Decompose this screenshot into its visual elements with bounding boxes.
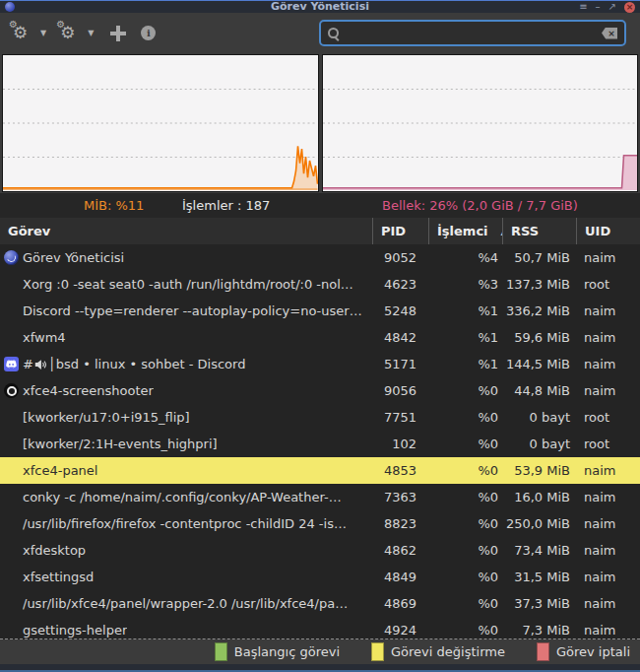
process-rss: 37,3 MiB xyxy=(502,596,576,611)
process-cpu: %0 xyxy=(428,570,502,584)
process-name: Discord --type=renderer --autoplay-polic… xyxy=(23,303,362,318)
process-pid: 4842 xyxy=(372,330,428,345)
process-pid: 4862 xyxy=(372,543,428,558)
process-uid: naim xyxy=(576,463,640,478)
table-row[interactable]: gsettings-helper 4924 %0 7,3 MiB naim xyxy=(0,617,640,639)
cpu-graph xyxy=(2,54,319,192)
clear-search-icon[interactable] xyxy=(602,28,617,39)
close-icon[interactable] xyxy=(624,2,635,13)
column-header-pid[interactable]: PID xyxy=(372,218,428,244)
process-pid: 5248 xyxy=(372,303,428,318)
table-row[interactable]: /usr/lib/xfce4/panel/wrapper-2.0 /usr/li… xyxy=(0,590,640,617)
process-uid: naim xyxy=(576,303,640,318)
process-uid: root xyxy=(576,410,640,425)
process-cpu: %1 xyxy=(428,357,502,371)
table-row[interactable]: /usr/lib/firefox/firefox -contentproc -c… xyxy=(0,510,640,537)
legend-bar: Başlangıç görevi Görevi değiştirme Görev… xyxy=(0,639,640,664)
process-icon xyxy=(4,277,19,292)
process-rss: 0 bayt xyxy=(502,410,576,425)
search-box[interactable] xyxy=(319,20,626,46)
table-row[interactable]: conky -c /home/naim/.config/conky/AP-Wea… xyxy=(0,484,640,510)
table-row[interactable]: Xorg :0 -seat seat0 -auth /run/lightdm/r… xyxy=(0,271,640,298)
process-cpu: %0 xyxy=(428,383,502,398)
table-row[interactable]: Discord --type=renderer --autoplay-polic… xyxy=(0,298,640,324)
process-icon xyxy=(4,383,19,398)
process-uid: naim xyxy=(576,357,640,371)
process-rss: 53,9 MiB xyxy=(502,463,576,478)
legend-label: Görevi değiştirme xyxy=(391,644,505,659)
process-rss: 73,4 MiB xyxy=(502,543,576,558)
process-icon xyxy=(4,463,19,478)
process-count-label: İşlemler : 187 xyxy=(182,193,270,218)
column-header-uid[interactable]: UID xyxy=(576,218,640,244)
table-row[interactable]: #│bsd • linux • sohbet - Discord 5171 %1… xyxy=(0,351,640,377)
table-header: Görev PID İşlemci RSS UID xyxy=(0,218,640,244)
window-menu-icon[interactable] xyxy=(579,2,587,12)
process-icon xyxy=(4,410,19,425)
legend-label: Görev iptali xyxy=(556,644,630,659)
process-name: [kworker/u17:0+i915_flip] xyxy=(23,410,190,425)
table-row[interactable]: xfdesktop 4862 %0 73,4 MiB naim xyxy=(0,537,640,564)
process-name: #│bsd • linux • sohbet - Discord xyxy=(23,357,245,371)
process-icon xyxy=(4,437,19,451)
process-uid: naim xyxy=(576,330,640,345)
gears-icon xyxy=(57,23,78,44)
process-uid: naim xyxy=(576,596,640,611)
minimize-icon[interactable] xyxy=(596,2,601,12)
legend-swatch xyxy=(215,642,227,661)
process-pid: 4869 xyxy=(372,596,428,611)
process-rss: 50,7 MiB xyxy=(502,250,576,265)
process-pid: 7751 xyxy=(372,410,428,425)
column-header-task[interactable]: Görev xyxy=(0,218,372,244)
window-title: Görev Yöneticisi xyxy=(0,1,640,13)
memory-usage-label: Bellek: 26% (2,0 GiB / 7,7 GiB) xyxy=(382,193,578,218)
process-icon xyxy=(4,516,19,531)
process-pid: 8823 xyxy=(372,516,428,531)
table-row[interactable]: [kworker/u17:0+i915_flip] 7751 %0 0 bayt… xyxy=(0,404,640,431)
chevron-down-icon[interactable] xyxy=(40,29,46,37)
process-actions-button[interactable] xyxy=(10,23,34,44)
table-row[interactable]: [kworker/2:1H-events_highpri] 102 %0 0 b… xyxy=(0,431,640,457)
memory-graph xyxy=(322,54,639,192)
process-icon xyxy=(4,570,19,584)
process-pid: 4924 xyxy=(372,623,428,638)
table-row[interactable]: xfsettingsd 4849 %0 31,5 MiB naim xyxy=(0,564,640,590)
process-cpu: %0 xyxy=(428,410,502,425)
process-uid: naim xyxy=(576,543,640,558)
search-input[interactable] xyxy=(339,27,602,40)
titlebar[interactable]: Görev Yöneticisi xyxy=(0,0,640,13)
app-icon xyxy=(5,2,15,12)
process-cpu: %0 xyxy=(428,463,502,478)
search-icon xyxy=(328,28,339,38)
process-uid: root xyxy=(576,437,640,451)
legend-item: Başlangıç görevi xyxy=(215,642,340,661)
process-icon xyxy=(4,303,19,318)
process-uid: naim xyxy=(576,516,640,531)
process-pid: 9052 xyxy=(372,250,428,265)
table-row[interactable]: xfwm4 4842 %1 59,6 MiB naim xyxy=(0,324,640,351)
view-settings-button[interactable] xyxy=(57,23,82,44)
process-name: [kworker/2:1H-events_highpri] xyxy=(23,437,218,451)
process-cpu: %0 xyxy=(428,623,502,638)
process-rss: 59,6 MiB xyxy=(502,330,576,345)
maximize-icon[interactable] xyxy=(608,2,616,12)
table-row[interactable]: Görev Yöneticisi 9052 %4 50,7 MiB naim xyxy=(0,244,640,271)
statusbar: MİB: %11 İşlemler : 187 Bellek: 26% (2,0… xyxy=(0,193,640,218)
info-icon[interactable]: i xyxy=(141,26,156,40)
process-pid: 4853 xyxy=(372,463,428,478)
process-cpu: %0 xyxy=(428,596,502,611)
table-row[interactable]: xfce4-panel 4853 %0 53,9 MiB naim xyxy=(0,457,640,484)
column-header-rss[interactable]: RSS xyxy=(502,218,576,244)
process-name: xfce4-panel xyxy=(23,463,97,478)
process-pid: 4623 xyxy=(372,277,428,292)
table-row[interactable]: xfce4-screenshooter 9056 %0 44,8 MiB nai… xyxy=(0,377,640,404)
process-name: xfdesktop xyxy=(23,543,86,558)
process-icon xyxy=(4,330,19,345)
column-header-cpu[interactable]: İşlemci xyxy=(428,218,502,244)
process-name: xfce4-screenshooter xyxy=(23,383,154,398)
process-uid: naim xyxy=(576,490,640,504)
chevron-down-icon[interactable] xyxy=(88,29,94,37)
identify-window-icon[interactable] xyxy=(110,26,126,41)
process-name: Xorg :0 -seat seat0 -auth /run/lightdm/r… xyxy=(23,277,353,292)
process-icon xyxy=(4,357,19,371)
